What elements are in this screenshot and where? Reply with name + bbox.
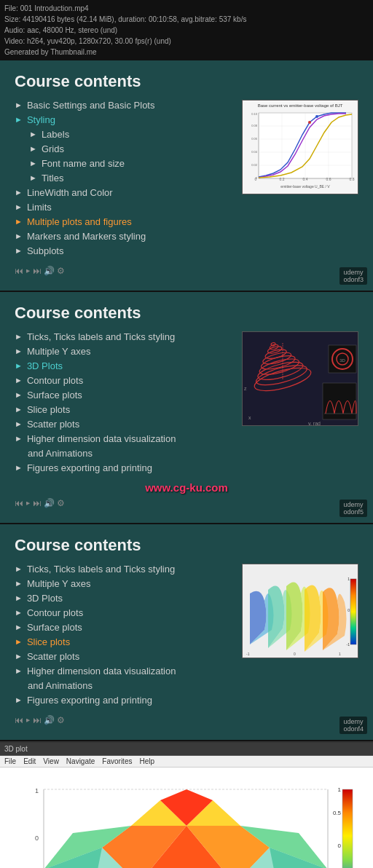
arrow-icon: ► bbox=[29, 144, 37, 153]
udemy-badge-2: udemyodonf5 bbox=[339, 500, 367, 517]
3d-plot-svg: 1 0.5 0 -0.5 -1 -1 -0.5 0 0.5 1 -1 0 1 1… bbox=[0, 768, 373, 868]
svg-text:0: 0 bbox=[255, 176, 257, 180]
arrow-icon: ► bbox=[15, 652, 23, 660]
svg-text:0.4: 0.4 bbox=[302, 177, 307, 181]
list-item-animations2: and Animations bbox=[15, 448, 233, 459]
menu-view[interactable]: View bbox=[43, 757, 59, 765]
list-item-contour2: ► Contour plots bbox=[15, 375, 233, 386]
arrow-icon: ► bbox=[15, 579, 23, 588]
list-item-yaxes3: ► Multiple Y axes bbox=[15, 578, 233, 589]
arrow-icon: ► bbox=[15, 361, 23, 370]
list-item-styling: ► Styling bbox=[15, 114, 233, 125]
menu-navigate[interactable]: Navigate bbox=[66, 757, 95, 765]
section-body-1: ► Basic Settings and Basic Plots ► Styli… bbox=[15, 100, 358, 260]
menu-help[interactable]: Help bbox=[139, 757, 154, 765]
list-item-slice2: ► Slice plots bbox=[15, 404, 233, 415]
svg-text:0: 0 bbox=[348, 608, 350, 612]
svg-text:0: 0 bbox=[338, 843, 342, 849]
info-line4: Video: h264, yuv420p, 1280x720, 30.00 fp… bbox=[4, 36, 369, 47]
svg-text:1: 1 bbox=[35, 787, 39, 794]
arrow-icon: ► bbox=[15, 608, 23, 617]
chart-3d-spiral: 3D x y, rad z bbox=[242, 331, 358, 426]
svg-point-10 bbox=[308, 121, 311, 124]
udemy-badge-1: udemyodonf3 bbox=[339, 267, 367, 285]
section-title-3: Course contents bbox=[15, 536, 358, 555]
section-title-2: Course contents bbox=[15, 304, 358, 323]
svg-text:1: 1 bbox=[339, 652, 341, 656]
svg-text:0.2: 0.2 bbox=[279, 177, 284, 181]
list-item-scatter2: ► Scatter plots bbox=[15, 419, 233, 430]
content-list-1: ► Basic Settings and Basic Plots ► Styli… bbox=[15, 100, 233, 260]
course-section-2: Course contents ► Ticks, Ticks labels an… bbox=[0, 292, 373, 523]
bjt-chart-svg: 0 0.2 0.4 0.6 0.8 0 0.02 0.04 0.06 0.08 … bbox=[244, 109, 357, 191]
list-item: ► Basic Settings and Basic Plots bbox=[15, 100, 233, 111]
info-bar: File: 001 Introduction.mp4 Size: 4419041… bbox=[0, 0, 373, 60]
list-item-higherdim3: ► Higher dimension data visualization bbox=[15, 666, 233, 676]
menu-favorites[interactable]: Favorites bbox=[102, 757, 132, 765]
arrow-icon: ► bbox=[15, 115, 23, 124]
list-item-3d2: ► 3D Plots bbox=[15, 360, 233, 371]
list-item-surface2: ► Surface plots bbox=[15, 390, 233, 401]
list-item-markers: ► Markers and Markers styling bbox=[15, 231, 233, 242]
arrow-icon: ► bbox=[15, 623, 23, 631]
course-section-1: Course contents ► Basic Settings and Bas… bbox=[0, 60, 373, 291]
section-body-2: ► Ticks, Ticks labels and Ticks styling … bbox=[15, 331, 358, 477]
control-icons-3: ⏮ ▶ ⏭ 🔊 ⚙ bbox=[15, 715, 65, 725]
list-item-grids: ► Grids bbox=[29, 143, 233, 154]
chart-bjt: Base current vs emitter-base voltage of … bbox=[242, 100, 358, 194]
chart-title: Base current vs emitter-base voltage of … bbox=[243, 100, 358, 109]
list-item-limits: ► Limits bbox=[15, 202, 233, 213]
svg-text:0.8: 0.8 bbox=[349, 177, 354, 181]
menu-file[interactable]: File bbox=[4, 757, 16, 765]
svg-rect-46 bbox=[350, 579, 356, 644]
svg-text:0: 0 bbox=[35, 835, 39, 842]
list-item-3d3: ► 3D Plots bbox=[15, 593, 233, 604]
info-line1: File: 001 Introduction.mp4 bbox=[4, 3, 369, 14]
list-item-export3: ► Figures exporting and printing bbox=[15, 695, 233, 706]
list-item-surface3: ► Surface plots bbox=[15, 622, 233, 633]
arrow-icon: ► bbox=[15, 463, 23, 472]
list-item-animations3: and Animations bbox=[15, 680, 233, 691]
list-item-ticks2: ► Ticks, Ticks labels and Ticks styling bbox=[15, 331, 233, 342]
arrow-icon: ► bbox=[15, 637, 23, 646]
svg-rect-71 bbox=[342, 789, 353, 868]
arrow-icon: ► bbox=[15, 100, 23, 109]
svg-text:-1: -1 bbox=[347, 642, 350, 647]
info-line5: Generated by Thumbnail.me bbox=[4, 47, 369, 58]
svg-text:0.08: 0.08 bbox=[251, 124, 258, 127]
svg-text:0.10: 0.10 bbox=[251, 112, 258, 116]
surface-svg: 1 0 -1 -1 0 1 bbox=[243, 564, 358, 658]
arrow-icon: ► bbox=[15, 695, 23, 704]
section-title-1: Course contents bbox=[15, 72, 358, 91]
list-item-font: ► Font name and size bbox=[29, 158, 233, 169]
section-body-3: ► Ticks, Ticks labels and Ticks styling … bbox=[15, 564, 358, 709]
svg-point-11 bbox=[315, 115, 318, 118]
list-item-multiplots: ► Multiple plots and figures bbox=[15, 216, 233, 227]
arrow-icon: ► bbox=[15, 390, 23, 399]
svg-text:-1: -1 bbox=[246, 652, 250, 656]
svg-text:0: 0 bbox=[294, 652, 296, 656]
arrow-icon: ► bbox=[15, 232, 23, 240]
svg-text:1: 1 bbox=[338, 786, 342, 793]
content-list-2: ► Ticks, Ticks labels and Ticks styling … bbox=[15, 331, 233, 477]
arrow-icon: ► bbox=[29, 130, 37, 138]
info-line3: Audio: aac, 48000 Hz, stereo (und) bbox=[4, 25, 369, 36]
arrow-icon: ► bbox=[29, 173, 37, 182]
svg-text:1: 1 bbox=[348, 577, 350, 581]
svg-text:0.5: 0.5 bbox=[333, 810, 342, 816]
arrow-icon: ► bbox=[15, 246, 23, 255]
menu-edit[interactable]: Edit bbox=[23, 757, 36, 765]
arrow-icon: ► bbox=[15, 202, 23, 211]
arrow-icon: ► bbox=[15, 217, 23, 226]
list-item-slice3: ► Slice plots bbox=[15, 636, 233, 647]
arrow-icon: ► bbox=[15, 376, 23, 384]
list-item-export2: ► Figures exporting and printing bbox=[15, 462, 233, 473]
svg-text:0.02: 0.02 bbox=[251, 163, 258, 167]
list-item-scatter3: ► Scatter plots bbox=[15, 651, 233, 662]
svg-text:3D: 3D bbox=[339, 358, 345, 363]
arrow-icon: ► bbox=[15, 188, 23, 197]
arrow-icon: ► bbox=[15, 593, 23, 602]
list-item-higherdim2: ► Higher dimension data visualization bbox=[15, 433, 233, 444]
course-section-3: Course contents ► Ticks, Ticks labels an… bbox=[0, 524, 373, 740]
arrow-icon: ► bbox=[15, 434, 23, 443]
